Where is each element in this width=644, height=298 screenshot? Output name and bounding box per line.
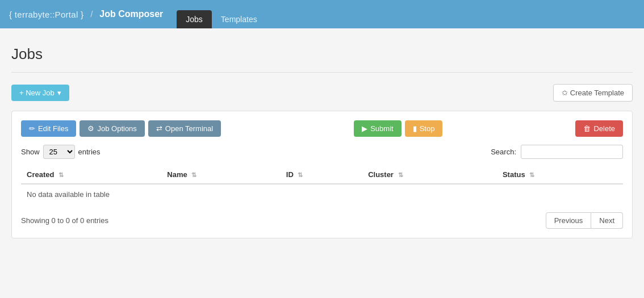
tab-templates[interactable]: Templates	[212, 10, 266, 28]
no-data-row: No data available in table	[21, 184, 623, 204]
nav-separator: /	[90, 10, 93, 19]
entries-select[interactable]: 25 10 50 100	[43, 145, 75, 159]
show-label: Show	[21, 148, 40, 156]
sort-name-icon: ⇅	[191, 171, 196, 178]
new-job-caret: ▾	[57, 89, 61, 97]
submit-label: Submit	[370, 124, 393, 133]
delete-button[interactable]: 🗑 Delete	[575, 120, 623, 137]
trash-icon: 🗑	[583, 124, 591, 133]
show-entries: Show 25 10 50 100 entries	[21, 145, 101, 159]
previous-button[interactable]: Previous	[546, 212, 592, 229]
navbar: { terrabyte::Portal } / Job Composer Job…	[0, 0, 644, 28]
open-terminal-button[interactable]: ⇄ Open Terminal	[148, 120, 221, 137]
col-cluster[interactable]: Cluster ⇅	[362, 166, 497, 184]
action-buttons-left: ✏ Edit Files ⚙ Job Options ⇄ Open Termin…	[21, 120, 221, 137]
new-job-label: + New Job	[19, 89, 55, 97]
jobs-panel: ✏ Edit Files ⚙ Job Options ⇄ Open Termin…	[11, 111, 633, 238]
title-divider	[11, 72, 633, 73]
table-footer: Showing 0 to 0 of 0 entries Previous Nex…	[21, 212, 623, 229]
col-id[interactable]: ID ⇅	[281, 166, 362, 184]
brand-text: { terrabyte::Portal }	[9, 10, 83, 19]
page-title: Jobs	[11, 45, 633, 63]
showing-info: Showing 0 to 0 of 0 entries	[21, 216, 108, 225]
terminal-icon: ⇄	[156, 124, 162, 133]
create-template-label: ✩ Create Template	[562, 89, 624, 97]
col-status[interactable]: Status ⇅	[497, 166, 623, 184]
create-template-button[interactable]: ✩ Create Template	[553, 84, 633, 102]
stop-button[interactable]: ▮ Stop	[405, 120, 443, 137]
table-header: Created ⇅ Name ⇅ ID ⇅ Cluster ⇅	[21, 166, 623, 184]
sort-created-icon: ⇅	[58, 171, 64, 178]
sort-status-icon: ⇅	[529, 171, 534, 178]
stop-label: Stop	[420, 124, 435, 133]
search-input[interactable]	[521, 145, 623, 159]
navbar-tabs: Jobs Templates	[177, 0, 266, 28]
job-options-button[interactable]: ⚙ Job Options	[80, 120, 144, 137]
edit-files-button[interactable]: ✏ Edit Files	[21, 120, 76, 137]
search-box: Search:	[491, 145, 623, 159]
pagination: Previous Next	[546, 212, 623, 229]
delete-label: Delete	[593, 124, 615, 133]
main-content: Jobs + New Job ▾ ✩ Create Template ✏ Edi…	[0, 28, 644, 298]
inner-toolbar: ✏ Edit Files ⚙ Job Options ⇄ Open Termin…	[21, 120, 623, 137]
open-terminal-label: Open Terminal	[165, 124, 213, 133]
edit-files-label: Edit Files	[38, 124, 68, 133]
nav-title: Job Composer	[99, 9, 163, 19]
table-body: No data available in table	[21, 184, 623, 204]
top-toolbar: + New Job ▾ ✩ Create Template	[11, 84, 633, 102]
col-created[interactable]: Created ⇅	[21, 166, 161, 184]
sort-id-icon: ⇅	[298, 171, 303, 178]
action-buttons-right: 🗑 Delete	[575, 120, 623, 137]
stop-icon: ▮	[413, 124, 417, 133]
edit-files-icon: ✏	[29, 124, 35, 133]
col-name[interactable]: Name ⇅	[161, 166, 281, 184]
entries-label: entries	[78, 148, 101, 156]
job-options-label: Job Options	[97, 124, 136, 133]
tab-jobs[interactable]: Jobs	[177, 10, 212, 28]
play-icon: ▶	[362, 124, 367, 133]
new-job-button[interactable]: + New Job ▾	[11, 85, 69, 101]
search-label: Search:	[491, 148, 516, 156]
next-button[interactable]: Next	[591, 212, 623, 229]
submit-button[interactable]: ▶ Submit	[354, 120, 401, 137]
gear-icon: ⚙	[87, 124, 94, 133]
no-data-message: No data available in table	[21, 184, 623, 204]
jobs-table: Created ⇅ Name ⇅ ID ⇅ Cluster ⇅	[21, 166, 623, 204]
table-controls: Show 25 10 50 100 entries Search:	[21, 145, 623, 159]
sort-cluster-icon: ⇅	[398, 171, 403, 178]
action-buttons-center: ▶ Submit ▮ Stop	[354, 120, 442, 137]
